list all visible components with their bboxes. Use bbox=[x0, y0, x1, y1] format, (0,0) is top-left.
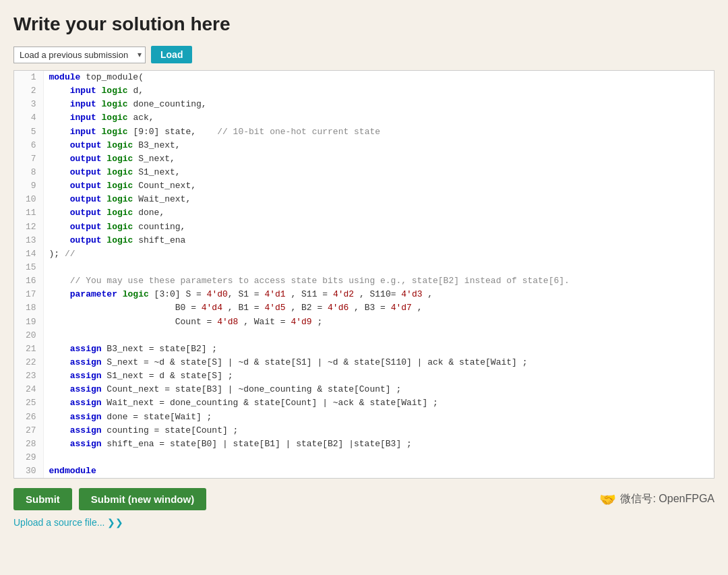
line-num: 5 bbox=[14, 125, 43, 139]
table-row: 12 output logic counting, bbox=[14, 220, 714, 234]
code-line bbox=[43, 451, 714, 464]
table-row: 1 module top_module( bbox=[14, 71, 714, 84]
code-line: output logic Count_next, bbox=[43, 179, 714, 193]
table-row: 10 output logic Wait_next, bbox=[14, 193, 714, 206]
code-line: output logic B3_next, bbox=[43, 139, 714, 152]
line-num: 6 bbox=[14, 139, 43, 152]
table-row: 15 bbox=[14, 261, 714, 274]
table-row: 13 output logic shift_ena bbox=[14, 234, 714, 247]
table-row: 22 assign S_next = ~d & state[S] | ~d & … bbox=[14, 356, 714, 369]
code-line: parameter logic [3:0] S = 4'd0, S1 = 4'd… bbox=[43, 288, 714, 301]
line-num: 4 bbox=[14, 111, 43, 125]
table-row: 21 assign B3_next = state[B2] ; bbox=[14, 342, 714, 356]
code-editor[interactable]: 1 module top_module( 2 input logic d, 3 … bbox=[13, 70, 715, 479]
table-row: 16 // You may use these parameters to ac… bbox=[14, 274, 714, 288]
submit-button[interactable]: Submit bbox=[13, 488, 72, 510]
submit-area: Submit Submit (new window) bbox=[13, 488, 206, 510]
code-line: endmodule bbox=[43, 464, 714, 478]
line-num: 8 bbox=[14, 166, 43, 179]
code-line: assign B3_next = state[B2] ; bbox=[43, 342, 714, 356]
table-row: 2 input logic d, bbox=[14, 84, 714, 98]
brand-icon: 🤝 bbox=[599, 491, 616, 508]
code-line: B0 = 4'd4 , B1 = 4'd5 , B2 = 4'd6 , B3 =… bbox=[43, 301, 714, 315]
upload-area: Upload a source file... ❯❯ bbox=[13, 517, 715, 528]
table-row: 7 output logic S_next, bbox=[14, 152, 714, 166]
chevron-down-icon: ❯❯ bbox=[107, 517, 123, 528]
code-line: input logic done_counting, bbox=[43, 98, 714, 111]
line-num: 28 bbox=[14, 437, 43, 451]
table-row: 3 input logic done_counting, bbox=[14, 98, 714, 111]
line-num: 21 bbox=[14, 342, 43, 356]
table-row: 8 output logic S1_next, bbox=[14, 166, 714, 179]
line-num: 27 bbox=[14, 424, 43, 437]
table-row: 29 bbox=[14, 451, 714, 464]
code-line: ); // bbox=[43, 247, 714, 261]
line-num: 30 bbox=[14, 464, 43, 478]
line-num: 23 bbox=[14, 369, 43, 383]
code-table: 1 module top_module( 2 input logic d, 3 … bbox=[14, 71, 714, 478]
toolbar: Load a previous submission Load bbox=[13, 46, 715, 63]
line-num: 25 bbox=[14, 396, 43, 410]
brand-text: 🤝 微信号: OpenFPGA bbox=[599, 491, 715, 508]
code-line: assign counting = state[Count] ; bbox=[43, 424, 714, 437]
code-line: Count = 4'd8 , Wait = 4'd9 ; bbox=[43, 315, 714, 329]
line-num: 19 bbox=[14, 315, 43, 329]
upload-link[interactable]: Upload a source file... ❯❯ bbox=[13, 517, 715, 528]
code-line: output logic S_next, bbox=[43, 152, 714, 166]
table-row: 24 assign Count_next = state[B3] | ~done… bbox=[14, 383, 714, 396]
table-row: 20 bbox=[14, 329, 714, 342]
bottom-bar: Submit Submit (new window) 🤝 微信号: OpenFP… bbox=[13, 488, 715, 510]
code-line: output logic counting, bbox=[43, 220, 714, 234]
code-line bbox=[43, 261, 714, 274]
submission-select-wrapper[interactable]: Load a previous submission bbox=[13, 47, 146, 63]
line-num: 7 bbox=[14, 152, 43, 166]
table-row: 5 input logic [9:0] state, // 10-bit one… bbox=[14, 125, 714, 139]
line-num: 3 bbox=[14, 98, 43, 111]
code-line: assign done = state[Wait] ; bbox=[43, 411, 714, 424]
code-line: input logic d, bbox=[43, 84, 714, 98]
table-row: 4 input logic ack, bbox=[14, 111, 714, 125]
submit-new-window-button[interactable]: Submit (new window) bbox=[79, 488, 206, 510]
table-row: 17 parameter logic [3:0] S = 4'd0, S1 = … bbox=[14, 288, 714, 301]
line-num: 24 bbox=[14, 383, 43, 396]
table-row: 28 assign shift_ena = state[B0] | state[… bbox=[14, 437, 714, 451]
code-line: output logic shift_ena bbox=[43, 234, 714, 247]
line-num: 22 bbox=[14, 356, 43, 369]
load-button[interactable]: Load bbox=[151, 46, 192, 63]
code-line: assign S_next = ~d & state[S] | ~d & sta… bbox=[43, 356, 714, 369]
brand-label: 微信号: OpenFPGA bbox=[620, 492, 715, 506]
line-num: 10 bbox=[14, 193, 43, 206]
line-num: 29 bbox=[14, 451, 43, 464]
line-num: 15 bbox=[14, 261, 43, 274]
line-num: 26 bbox=[14, 411, 43, 424]
table-row: 27 assign counting = state[Count] ; bbox=[14, 424, 714, 437]
line-num: 1 bbox=[14, 71, 43, 84]
code-line: output logic Wait_next, bbox=[43, 193, 714, 206]
table-row: 26 assign done = state[Wait] ; bbox=[14, 411, 714, 424]
line-num: 11 bbox=[14, 206, 43, 220]
code-line: output logic S1_next, bbox=[43, 166, 714, 179]
line-num: 14 bbox=[14, 247, 43, 261]
line-num: 17 bbox=[14, 288, 43, 301]
table-row: 30 endmodule bbox=[14, 464, 714, 478]
submission-select[interactable]: Load a previous submission bbox=[13, 47, 146, 63]
code-line: assign Wait_next = done_counting & state… bbox=[43, 396, 714, 410]
line-num: 13 bbox=[14, 234, 43, 247]
code-line: assign S1_next = d & state[S] ; bbox=[43, 369, 714, 383]
table-row: 19 Count = 4'd8 , Wait = 4'd9 ; bbox=[14, 315, 714, 329]
upload-link-text: Upload a source file... bbox=[13, 517, 104, 528]
line-num: 16 bbox=[14, 274, 43, 288]
code-line: output logic done, bbox=[43, 206, 714, 220]
table-row: 25 assign Wait_next = done_counting & st… bbox=[14, 396, 714, 410]
table-row: 18 B0 = 4'd4 , B1 = 4'd5 , B2 = 4'd6 , B… bbox=[14, 301, 714, 315]
code-line: module top_module( bbox=[43, 71, 714, 84]
main-container: Write your solution here Load a previous… bbox=[13, 13, 715, 528]
code-line: assign shift_ena = state[B0] | state[B1]… bbox=[43, 437, 714, 451]
table-row: 9 output logic Count_next, bbox=[14, 179, 714, 193]
table-row: 6 output logic B3_next, bbox=[14, 139, 714, 152]
line-num: 2 bbox=[14, 84, 43, 98]
page-title: Write your solution here bbox=[13, 13, 715, 35]
line-num: 9 bbox=[14, 179, 43, 193]
table-row: 14 ); // bbox=[14, 247, 714, 261]
line-num: 12 bbox=[14, 220, 43, 234]
